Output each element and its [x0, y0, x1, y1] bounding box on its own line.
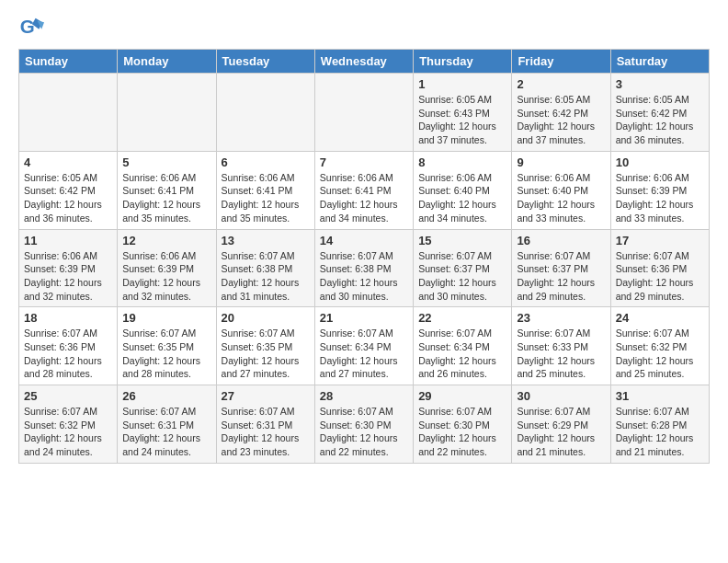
day-number: 21 [320, 311, 408, 325]
page-container: G SundayMondayTuesdayWednesdayThursdayFr… [0, 0, 728, 477]
calendar-cell: 29Sunrise: 6:07 AMSunset: 6:30 PMDayligh… [414, 385, 512, 464]
day-number: 15 [418, 234, 506, 247]
day-info: Sunrise: 6:07 AMSunset: 6:29 PMDaylight:… [517, 405, 605, 459]
calendar-cell: 30Sunrise: 6:07 AMSunset: 6:29 PMDayligh… [512, 385, 610, 464]
day-number: 7 [320, 155, 408, 169]
day-info: Sunrise: 6:07 AMSunset: 6:30 PMDaylight:… [320, 405, 408, 459]
day-number: 5 [122, 155, 210, 169]
calendar-cell: 6Sunrise: 6:06 AMSunset: 6:41 PMDaylight… [216, 151, 314, 229]
logo-icon: G [18, 14, 44, 40]
weekday-header: Sunday [19, 50, 118, 74]
calendar-cell [19, 74, 118, 152]
day-number: 29 [418, 389, 506, 403]
calendar-cell: 22Sunrise: 6:07 AMSunset: 6:34 PMDayligh… [414, 307, 512, 385]
day-number: 30 [517, 389, 605, 403]
day-number: 31 [616, 389, 704, 403]
day-number: 16 [517, 234, 605, 247]
weekday-header: Tuesday [216, 50, 314, 74]
calendar-cell: 15Sunrise: 6:07 AMSunset: 6:37 PMDayligh… [414, 229, 512, 307]
calendar-cell: 19Sunrise: 6:07 AMSunset: 6:35 PMDayligh… [118, 307, 216, 385]
weekday-header: Thursday [414, 50, 512, 74]
calendar-table: SundayMondayTuesdayWednesdayThursdayFrid… [18, 49, 710, 464]
day-number: 10 [616, 155, 704, 169]
svg-text:G: G [20, 16, 35, 37]
weekday-header: Friday [512, 50, 610, 74]
day-info: Sunrise: 6:07 AMSunset: 6:31 PMDaylight:… [222, 405, 310, 459]
day-number: 8 [418, 155, 506, 169]
calendar-cell: 16Sunrise: 6:07 AMSunset: 6:37 PMDayligh… [512, 229, 610, 307]
calendar-week-row: 4Sunrise: 6:05 AMSunset: 6:42 PMDaylight… [19, 151, 710, 229]
day-number: 3 [616, 77, 704, 91]
calendar-cell: 21Sunrise: 6:07 AMSunset: 6:34 PMDayligh… [314, 307, 413, 385]
calendar-cell: 14Sunrise: 6:07 AMSunset: 6:38 PMDayligh… [314, 229, 413, 307]
calendar-cell: 3Sunrise: 6:05 AMSunset: 6:42 PMDaylight… [610, 74, 709, 152]
calendar-cell: 11Sunrise: 6:06 AMSunset: 6:39 PMDayligh… [19, 229, 118, 307]
weekday-header: Saturday [610, 50, 709, 74]
day-info: Sunrise: 6:07 AMSunset: 6:37 PMDaylight:… [418, 249, 506, 304]
day-info: Sunrise: 6:07 AMSunset: 6:32 PMDaylight:… [24, 405, 112, 459]
day-number: 23 [517, 311, 605, 325]
calendar-cell [314, 74, 413, 152]
day-number: 9 [517, 155, 605, 169]
day-number: 26 [122, 389, 210, 403]
weekday-header: Monday [118, 50, 216, 74]
day-number: 24 [616, 311, 704, 325]
calendar-cell: 17Sunrise: 6:07 AMSunset: 6:36 PMDayligh… [610, 229, 709, 307]
calendar-cell: 5Sunrise: 6:06 AMSunset: 6:41 PMDaylight… [118, 151, 216, 229]
calendar-cell: 7Sunrise: 6:06 AMSunset: 6:41 PMDaylight… [314, 151, 413, 229]
day-info: Sunrise: 6:07 AMSunset: 6:28 PMDaylight:… [616, 405, 704, 459]
calendar-week-row: 18Sunrise: 6:07 AMSunset: 6:36 PMDayligh… [19, 307, 710, 385]
calendar-cell: 18Sunrise: 6:07 AMSunset: 6:36 PMDayligh… [19, 307, 118, 385]
page-header: G [18, 14, 710, 40]
day-info: Sunrise: 6:05 AMSunset: 6:42 PMDaylight:… [616, 93, 704, 147]
day-info: Sunrise: 6:06 AMSunset: 6:39 PMDaylight:… [24, 249, 112, 304]
day-number: 14 [320, 234, 408, 247]
day-number: 1 [418, 77, 506, 91]
calendar-cell: 10Sunrise: 6:06 AMSunset: 6:39 PMDayligh… [610, 151, 709, 229]
calendar-cell: 27Sunrise: 6:07 AMSunset: 6:31 PMDayligh… [216, 385, 314, 464]
calendar-week-row: 11Sunrise: 6:06 AMSunset: 6:39 PMDayligh… [19, 229, 710, 307]
day-info: Sunrise: 6:06 AMSunset: 6:40 PMDaylight:… [517, 171, 605, 225]
day-info: Sunrise: 6:06 AMSunset: 6:39 PMDaylight:… [122, 249, 210, 304]
day-number: 27 [222, 389, 310, 403]
day-info: Sunrise: 6:07 AMSunset: 6:36 PMDaylight:… [616, 249, 704, 304]
calendar-cell: 25Sunrise: 6:07 AMSunset: 6:32 PMDayligh… [19, 385, 118, 464]
day-info: Sunrise: 6:07 AMSunset: 6:34 PMDaylight:… [418, 327, 506, 381]
day-info: Sunrise: 6:06 AMSunset: 6:41 PMDaylight:… [320, 171, 408, 225]
day-number: 19 [122, 311, 210, 325]
day-info: Sunrise: 6:06 AMSunset: 6:41 PMDaylight:… [122, 171, 210, 225]
calendar-cell: 23Sunrise: 6:07 AMSunset: 6:33 PMDayligh… [512, 307, 610, 385]
day-info: Sunrise: 6:07 AMSunset: 6:35 PMDaylight:… [222, 327, 310, 381]
day-number: 17 [616, 234, 704, 247]
day-info: Sunrise: 6:07 AMSunset: 6:31 PMDaylight:… [122, 405, 210, 459]
calendar-cell: 2Sunrise: 6:05 AMSunset: 6:42 PMDaylight… [512, 74, 610, 152]
calendar-cell: 24Sunrise: 6:07 AMSunset: 6:32 PMDayligh… [610, 307, 709, 385]
day-info: Sunrise: 6:06 AMSunset: 6:41 PMDaylight:… [222, 171, 310, 225]
day-info: Sunrise: 6:07 AMSunset: 6:36 PMDaylight:… [24, 327, 112, 381]
calendar-cell: 13Sunrise: 6:07 AMSunset: 6:38 PMDayligh… [216, 229, 314, 307]
calendar-cell [216, 74, 314, 152]
day-number: 13 [222, 234, 310, 247]
day-info: Sunrise: 6:07 AMSunset: 6:37 PMDaylight:… [517, 249, 605, 304]
day-info: Sunrise: 6:07 AMSunset: 6:30 PMDaylight:… [418, 405, 506, 459]
day-info: Sunrise: 6:07 AMSunset: 6:35 PMDaylight:… [122, 327, 210, 381]
calendar-cell: 12Sunrise: 6:06 AMSunset: 6:39 PMDayligh… [118, 229, 216, 307]
day-number: 22 [418, 311, 506, 325]
calendar-cell: 28Sunrise: 6:07 AMSunset: 6:30 PMDayligh… [314, 385, 413, 464]
calendar-header: SundayMondayTuesdayWednesdayThursdayFrid… [19, 50, 710, 74]
day-number: 18 [24, 311, 112, 325]
calendar-cell: 26Sunrise: 6:07 AMSunset: 6:31 PMDayligh… [118, 385, 216, 464]
weekday-header: Wednesday [314, 50, 413, 74]
calendar-cell: 8Sunrise: 6:06 AMSunset: 6:40 PMDaylight… [414, 151, 512, 229]
day-number: 2 [517, 77, 605, 91]
day-number: 20 [222, 311, 310, 325]
day-number: 25 [24, 389, 112, 403]
day-number: 11 [24, 234, 112, 247]
day-info: Sunrise: 6:07 AMSunset: 6:33 PMDaylight:… [517, 327, 605, 381]
day-info: Sunrise: 6:07 AMSunset: 6:32 PMDaylight:… [616, 327, 704, 381]
calendar-cell: 1Sunrise: 6:05 AMSunset: 6:43 PMDaylight… [414, 74, 512, 152]
calendar-cell: 4Sunrise: 6:05 AMSunset: 6:42 PMDaylight… [19, 151, 118, 229]
calendar-cell: 31Sunrise: 6:07 AMSunset: 6:28 PMDayligh… [610, 385, 709, 464]
day-number: 4 [24, 155, 112, 169]
day-info: Sunrise: 6:06 AMSunset: 6:40 PMDaylight:… [418, 171, 506, 225]
